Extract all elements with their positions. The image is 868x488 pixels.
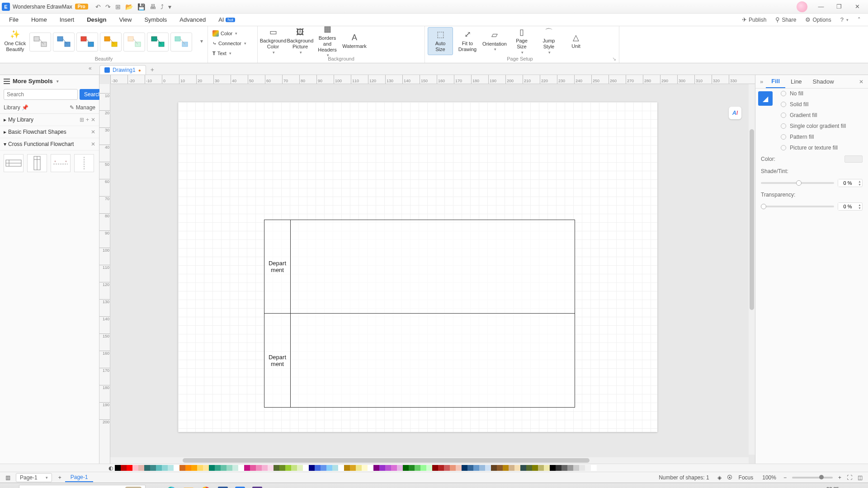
orientation-button[interactable]: ▱Orientation▾	[482, 27, 507, 55]
palette-swatch[interactable]	[497, 465, 503, 471]
close-panel-button[interactable]: ✕	[856, 79, 866, 85]
palette-swatch[interactable]	[232, 465, 238, 471]
palette-swatch[interactable]	[156, 465, 162, 471]
theme-thumb[interactable]	[170, 33, 192, 52]
shape-horizontal-swimlane[interactable]	[4, 154, 24, 172]
vertical-scrollbar[interactable]	[749, 84, 755, 455]
gradient-fill-option[interactable]: Gradient fill	[781, 112, 846, 118]
chrome-app-icon[interactable]	[197, 485, 214, 488]
theme-thumb[interactable]	[123, 33, 145, 52]
fill-tool-icon[interactable]: ◢	[758, 91, 773, 106]
print-icon[interactable]: 🖶	[150, 3, 156, 10]
app-icon-generic[interactable]	[249, 485, 266, 488]
palette-swatch[interactable]	[332, 465, 338, 471]
page-paper[interactable]: Depart ment Depart ment	[178, 102, 657, 432]
palette-swatch[interactable]	[456, 465, 462, 471]
edrawmax-app-icon[interactable]: E	[231, 485, 249, 488]
fill-tab[interactable]: Fill	[766, 75, 785, 88]
palette-swatch[interactable]	[268, 465, 274, 471]
palette-swatch[interactable]	[491, 465, 497, 471]
task-view-button[interactable]: ▭	[146, 485, 163, 488]
menu-design[interactable]: Design	[80, 14, 113, 25]
swimlane-body-2[interactable]	[291, 314, 575, 407]
palette-swatch[interactable]	[197, 465, 203, 471]
swimlane-label-1[interactable]: Depart ment	[264, 220, 291, 313]
edge-app-icon[interactable]	[163, 485, 180, 488]
my-library-section[interactable]: ▸ My Library ⊞+✕	[0, 114, 99, 126]
palette-swatch[interactable]	[420, 465, 426, 471]
palette-swatch[interactable]	[503, 465, 509, 471]
library-label[interactable]: Library 📌	[4, 104, 28, 111]
palette-swatch[interactable]	[127, 465, 132, 471]
palette-swatch[interactable]	[303, 465, 309, 471]
new-icon[interactable]: ⊞	[115, 3, 121, 10]
palette-swatch[interactable]	[467, 465, 473, 471]
canvas-viewport[interactable]: Depart ment Depart ment AI	[110, 84, 755, 464]
close-icon[interactable]: ✕	[91, 129, 95, 135]
word-app-icon[interactable]: W	[214, 485, 231, 488]
ai-assistant-button[interactable]: AI	[729, 107, 741, 119]
horizontal-scrollbar[interactable]	[110, 457, 749, 464]
no-fill-option[interactable]: No fill	[781, 90, 846, 97]
start-button[interactable]	[2, 485, 19, 488]
page-selector[interactable]: Page-1▾	[16, 473, 52, 482]
help-button[interactable]: ?▾	[836, 14, 853, 25]
maximize-button[interactable]: ❐	[830, 0, 848, 14]
palette-swatch[interactable]	[473, 465, 479, 471]
palette-swatch[interactable]	[132, 465, 138, 471]
swimlane-shape[interactable]: Depart ment Depart ment	[264, 220, 575, 408]
solid-fill-option[interactable]: Solid fill	[781, 101, 846, 108]
share-button[interactable]: ⚲Share	[771, 14, 801, 25]
palette-swatch[interactable]	[297, 465, 303, 471]
palette-swatch[interactable]	[538, 465, 544, 471]
close-icon[interactable]: ✕	[91, 117, 95, 123]
palette-swatch[interactable]	[373, 465, 379, 471]
page-setup-launcher-icon[interactable]: ↘	[612, 56, 616, 62]
connector-dropdown[interactable]: ⤷Connector▾	[212, 39, 253, 48]
palette-swatch[interactable]	[415, 465, 420, 471]
layers-icon[interactable]: ◈	[714, 474, 725, 481]
palette-swatch[interactable]	[526, 465, 532, 471]
watermark-button[interactable]: AWatermark	[342, 27, 367, 55]
swimlane-body-1[interactable]	[291, 220, 575, 313]
focus-icon[interactable]: ⦿	[725, 474, 734, 481]
palette-swatch[interactable]	[585, 465, 591, 471]
cross-functional-section[interactable]: ▾ Cross Functional Flowchart ✕	[0, 138, 99, 150]
shape-vertical-swimlane[interactable]	[27, 154, 47, 172]
explorer-app-icon[interactable]	[180, 485, 197, 488]
palette-swatch[interactable]	[514, 465, 520, 471]
theme-thumb[interactable]	[76, 33, 98, 52]
palette-swatch[interactable]	[391, 465, 397, 471]
text-dropdown[interactable]: TText▾	[212, 49, 253, 58]
palette-swatch[interactable]	[450, 465, 456, 471]
palette-swatch[interactable]	[403, 465, 409, 471]
menu-home[interactable]: Home	[25, 14, 53, 25]
zoom-out-button[interactable]: −	[781, 474, 789, 481]
menu-ai[interactable]: AIhot	[212, 14, 241, 25]
menu-insert[interactable]: Insert	[53, 14, 81, 25]
background-color-button[interactable]: ▭Background Color▾	[260, 27, 286, 55]
collapse-ribbon-button[interactable]: ˄	[853, 14, 865, 25]
palette-swatch[interactable]	[238, 465, 244, 471]
add-page-button[interactable]: +	[55, 474, 65, 481]
page-tab[interactable]: Page-1	[65, 473, 94, 482]
palette-swatch[interactable]	[338, 465, 344, 471]
eyedropper-icon[interactable]: ◐	[108, 465, 113, 471]
palette-swatch[interactable]	[350, 465, 356, 471]
palette-swatch[interactable]	[244, 465, 250, 471]
palette-swatch[interactable]	[285, 465, 291, 471]
single-gradient-option[interactable]: Single color gradient fill	[781, 123, 846, 129]
palette-swatch[interactable]	[509, 465, 514, 471]
menu-file[interactable]: File	[3, 14, 25, 25]
ruler-vertical[interactable]: 1020304050607080901001101201301401501601…	[99, 84, 110, 464]
palette-swatch[interactable]	[291, 465, 297, 471]
zoom-in-button[interactable]: +	[835, 474, 844, 481]
theme-thumb[interactable]	[53, 33, 75, 52]
palette-swatch[interactable]	[579, 465, 585, 471]
palette-swatch[interactable]	[309, 465, 315, 471]
manage-library-button[interactable]: ✎Manage	[70, 104, 95, 111]
palette-swatch[interactable]	[379, 465, 385, 471]
shape-separator-v[interactable]	[74, 154, 94, 172]
palette-swatch[interactable]	[191, 465, 197, 471]
palette-swatch[interactable]	[174, 465, 179, 471]
